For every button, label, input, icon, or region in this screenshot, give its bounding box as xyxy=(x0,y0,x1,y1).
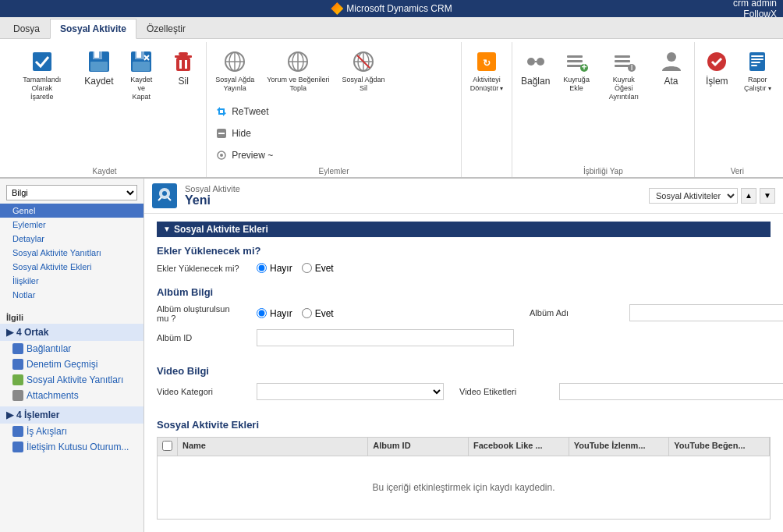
ribbon-group-aktiviteyi: ↻ AktiviteyiDönüştür xyxy=(462,42,512,177)
sosyal-agda-yayinla-button[interactable]: Sosyal AğdaYayınla xyxy=(210,45,260,97)
ortak-section[interactable]: ▶ 4 Ortak xyxy=(0,324,143,341)
baglan-button[interactable]: Bağlan xyxy=(516,45,555,90)
album-hayir-option[interactable]: Hayır xyxy=(257,308,292,319)
denetim-icon xyxy=(12,359,23,370)
video-left-col: Video Kategori xyxy=(157,383,444,406)
sidebar-item-iletisim-kutusu[interactable]: İletişim Kutusu Oturum... xyxy=(0,439,143,455)
ortak-label: 4 Ortak xyxy=(16,327,48,338)
album-evet-option[interactable]: Evet xyxy=(302,308,334,319)
islemler-section[interactable]: ▶ 4 İşlemler xyxy=(0,406,143,424)
svg-rect-15 xyxy=(185,60,187,69)
album-hayir-label: Hayır xyxy=(270,308,292,319)
album-right-col: Albüm Adı xyxy=(530,304,783,328)
table-name-header[interactable]: Name xyxy=(178,438,368,456)
ribbon-group-kaydet: Tamamlandı Olarakİşaretle Kaydet Kaydet … xyxy=(3,42,207,177)
table-facebook-like-header[interactable]: Facebook Like ... xyxy=(469,438,569,456)
svg-rect-51 xyxy=(751,55,764,57)
tab-dosya[interactable]: Dosya xyxy=(3,18,50,38)
sidebar-item-baglantılar[interactable]: Bağlantılar xyxy=(0,341,143,356)
svg-point-48 xyxy=(667,52,676,62)
nav-down-button[interactable]: ▼ xyxy=(760,188,775,204)
yorum-begen-button[interactable]: Yorum ve BeğenileriTopla xyxy=(261,45,335,97)
aktiviteyi-label: AktiviteyiDönüştür xyxy=(470,76,504,93)
svg-point-35 xyxy=(527,58,535,66)
table-youtube-begen-header[interactable]: YouTube Beğen... xyxy=(669,438,770,456)
sidebar-item-is-akislari[interactable]: İş Akışları xyxy=(0,424,143,439)
svg-rect-53 xyxy=(751,62,760,63)
sosyal-aktivite-ekleri-table-section: Sosyal Aktivite Ekleri Name Album ID Fac… xyxy=(157,419,771,520)
ribbon-group-veri: İşlem RaporÇalıştır Veri xyxy=(695,42,781,177)
sidebar-item-notlar[interactable]: Notlar xyxy=(0,288,143,302)
attachments-label: Attachments xyxy=(27,390,79,401)
sidebar-item-iliskiler[interactable]: İlişkiler xyxy=(0,274,143,288)
denetim-label: Denetim Geçmişi xyxy=(27,359,97,370)
nav-up-button[interactable]: ▲ xyxy=(741,188,756,204)
album-ad-label: Albüm Adı xyxy=(530,308,623,317)
tab-sosyal-aktivite[interactable]: Sosyal Aktivite xyxy=(50,19,136,39)
video-kategori-select[interactable] xyxy=(257,383,444,400)
kuyruga-ekle-button[interactable]: + KuyruğaEkle xyxy=(557,45,596,97)
baglan-icon xyxy=(523,49,548,74)
sidebar-item-sosyal-aktivite-ekleri[interactable]: Sosyal Aktivite Ekleri xyxy=(0,260,143,274)
sidebar-item-denetim-gecmisi[interactable]: Denetim Geçmişi xyxy=(0,356,143,372)
sosyal-agda-label: Sosyal AğdaYayınla xyxy=(215,76,254,93)
sosyal-agdan-sil-label: Sosyal AğdanSil xyxy=(342,76,384,93)
table-youtube-izlenm-header[interactable]: YouTube İzlenm... xyxy=(569,438,670,456)
sil-button[interactable]: Sil xyxy=(164,45,203,90)
kuyruk-ogesi-button[interactable]: i Kuyruk ÖğesiAyrıntıları xyxy=(597,45,650,105)
sidebar-item-genel[interactable]: Genel xyxy=(0,204,143,218)
kaydet-kapat-icon xyxy=(129,49,154,74)
is-akislari-label: İş Akışları xyxy=(27,426,67,437)
dynamics-logo-icon xyxy=(331,2,343,15)
table-select-all[interactable] xyxy=(162,441,172,451)
video-etiketleri-input[interactable] xyxy=(559,383,783,400)
rapor-calistir-button[interactable]: RaporÇalıştır xyxy=(738,45,777,97)
sidebar-item-sosyal-aktivite-yanitlari[interactable]: Sosyal Aktivite Yanıtları xyxy=(0,246,143,260)
attachments-icon xyxy=(12,390,23,401)
sidebar: Bilgi Genel Eylemler Detaylar Sosyal Akt… xyxy=(0,179,144,532)
album-id-input[interactable] xyxy=(257,329,514,346)
aktiviteyi-donustur-button[interactable]: ↻ AktiviteyiDönüştür xyxy=(465,45,509,97)
baglan-label: Bağlan xyxy=(521,76,550,87)
retweet-button[interactable]: ReTweet xyxy=(210,101,277,122)
islem-label: İşlem xyxy=(706,76,728,87)
baglantılar-icon xyxy=(12,343,23,354)
kaydet-ve-kapat-button[interactable]: Kaydet veKapat xyxy=(120,45,162,105)
tab-ozellestir[interactable]: Özelleştir xyxy=(136,18,196,38)
eylemler-group-label: Eylemler xyxy=(319,165,349,177)
ekler-evet-option[interactable]: Evet xyxy=(302,263,334,274)
album-ad-input[interactable] xyxy=(629,304,783,321)
sidebar-item-attachments[interactable]: Attachments xyxy=(0,388,143,403)
preview-button[interactable]: Preview ~ xyxy=(210,145,277,165)
ekler-hayir-radio[interactable] xyxy=(257,263,267,273)
aktiviteyi-buttons: ↻ AktiviteyiDönüştür xyxy=(465,42,509,174)
rapor-calistir-label: RaporÇalıştır xyxy=(744,76,771,93)
table-album-id-header[interactable]: Album ID xyxy=(368,438,469,456)
ekler-hayir-option[interactable]: Hayır xyxy=(257,263,292,274)
tamamlandi-olarak-isaretl-button[interactable]: Tamamlandı Olarakİşaretle xyxy=(6,45,77,105)
album-evet-radio[interactable] xyxy=(302,308,312,318)
aktiviteyi-icon: ↻ xyxy=(474,49,499,74)
ekler-evet-radio[interactable] xyxy=(302,263,312,273)
sosyal-agdan-sil-button[interactable]: Sosyal AğdanSil xyxy=(336,45,390,97)
kaydet-button[interactable]: Kaydet xyxy=(79,45,119,90)
album-hayir-radio[interactable] xyxy=(257,308,267,318)
section-header-sosyal-aktivite-ekleri[interactable]: ▼ Sosyal Aktivite Ekleri xyxy=(157,222,771,237)
video-right-col: Video Etiketleri xyxy=(459,383,783,406)
kaydet-icon xyxy=(87,49,112,74)
sidebar-item-sosyal-aktivite-yanitlari2[interactable]: Sosyal Aktivite Yanıtları xyxy=(0,372,143,388)
ata-icon xyxy=(659,49,684,74)
iletisim-label: İletişim Kutusu Oturum... xyxy=(27,442,129,452)
album-subsection-title: Albüm Bilgi xyxy=(157,286,771,298)
hide-label: Hide xyxy=(232,128,251,139)
bilgi-select[interactable]: Bilgi xyxy=(6,185,137,200)
ata-button[interactable]: Ata xyxy=(652,45,691,90)
svg-rect-52 xyxy=(751,59,764,60)
sidebar-item-detaylar[interactable]: Detaylar xyxy=(0,232,143,246)
sidebar-item-eylemler[interactable]: Eylemler xyxy=(0,218,143,232)
svg-rect-13 xyxy=(176,58,190,71)
islem-button[interactable]: İşlem xyxy=(697,45,736,90)
yorum-begen-icon xyxy=(285,49,310,74)
hide-button[interactable]: Hide xyxy=(210,123,277,144)
nav-dropdown[interactable]: Sosyal Aktiviteler xyxy=(649,188,738,204)
